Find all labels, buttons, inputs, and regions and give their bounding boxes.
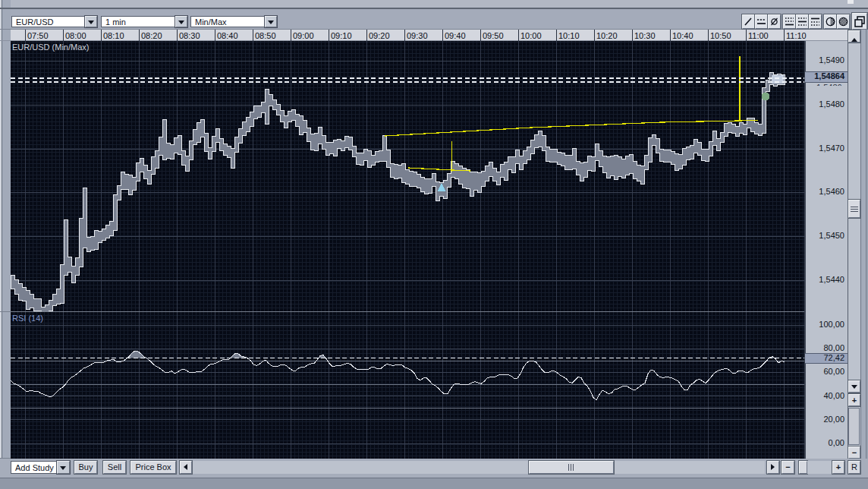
svg-text:RSI (14): RSI (14) bbox=[12, 314, 43, 323]
svg-text:EUR/USD (Min/Max): EUR/USD (Min/Max) bbox=[12, 43, 89, 52]
